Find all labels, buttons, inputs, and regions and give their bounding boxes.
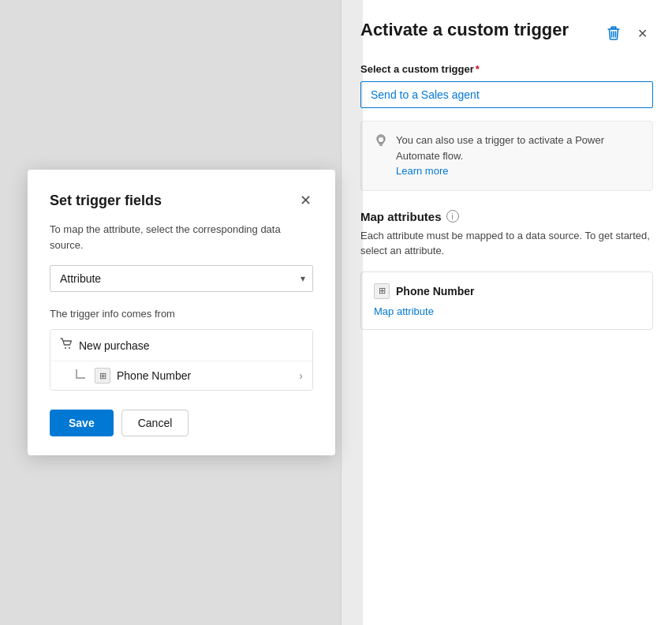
attribute-dropdown-wrapper: Attribute Data source Variable ▾: [50, 265, 313, 292]
parent-item-label: New purchase: [79, 339, 150, 352]
attribute-dropdown[interactable]: Attribute Data source Variable: [50, 265, 313, 292]
close-icon: ✕: [300, 193, 312, 208]
modal-overlay: Set trigger fields ✕ To map the attribut…: [0, 0, 363, 625]
lightbulb-icon: [374, 133, 388, 179]
trigger-child-left: ⊞ Phone Number: [76, 368, 191, 384]
select-trigger-label: Select a custom trigger*: [360, 63, 653, 75]
modal-close-button[interactable]: ✕: [298, 192, 313, 209]
child-phone-icon: ⊞: [95, 368, 110, 384]
attribute-card-header: ⊞ Phone Number: [374, 283, 640, 299]
trigger-input[interactable]: [360, 81, 653, 108]
new-purchase-icon: [60, 338, 73, 353]
svg-point-2: [69, 347, 70, 349]
modal-header: Set trigger fields ✕: [50, 192, 313, 209]
right-panel: Activate a custom trigger ✕ Select a cus…: [341, 0, 672, 625]
tree-connector-icon: [76, 369, 85, 379]
header-icons: ✕: [603, 22, 653, 44]
map-attributes-header: Map attributes i: [360, 210, 653, 223]
info-box: You can also use a trigger to activate a…: [360, 121, 653, 191]
modal-footer: Save Cancel: [50, 410, 313, 436]
panel-title: Activate a custom trigger: [360, 19, 569, 42]
map-attributes-desc: Each attribute must be mapped to a data …: [360, 228, 653, 259]
chevron-right-icon: ›: [299, 369, 303, 382]
info-icon[interactable]: i: [446, 210, 459, 223]
save-button[interactable]: Save: [50, 410, 114, 436]
attribute-card: ⊞ Phone Number Map attribute: [360, 271, 653, 330]
info-box-text: You can also use a trigger to activate a…: [396, 133, 640, 179]
svg-point-1: [65, 347, 66, 349]
map-attribute-link[interactable]: Map attribute: [374, 305, 434, 317]
close-panel-button[interactable]: ✕: [631, 22, 653, 44]
cancel-button[interactable]: Cancel: [121, 410, 189, 436]
learn-more-link[interactable]: Learn more: [396, 165, 448, 177]
modal-description: To map the attribute, select the corresp…: [50, 222, 313, 253]
right-panel-header: Activate a custom trigger ✕: [360, 19, 653, 44]
delete-button[interactable]: [603, 22, 625, 44]
trigger-child-item[interactable]: ⊞ Phone Number ›: [50, 361, 312, 390]
trigger-item-container: New purchase ⊞ Phone Number ›: [50, 329, 313, 391]
phone-number-icon: ⊞: [374, 283, 390, 299]
trigger-info-label: The trigger info comes from: [50, 308, 313, 320]
modal-title: Set trigger fields: [50, 193, 162, 209]
set-trigger-fields-modal: Set trigger fields ✕ To map the attribut…: [28, 170, 335, 455]
attribute-name: Phone Number: [396, 285, 475, 298]
child-item-label: Phone Number: [117, 369, 191, 382]
required-star: *: [476, 63, 480, 75]
map-attributes-title: Map attributes: [360, 210, 442, 223]
close-icon: ✕: [637, 26, 648, 41]
trigger-parent-item: New purchase: [50, 330, 312, 361]
